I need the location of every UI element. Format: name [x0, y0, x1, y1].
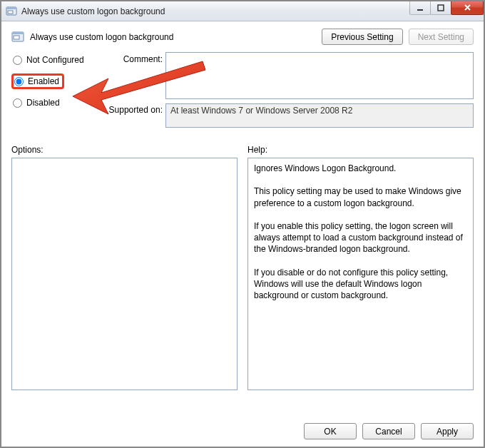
radio-enabled[interactable]: Enabled [11, 73, 64, 89]
supported-on-label: Supported on: [100, 103, 163, 115]
radio-not-configured[interactable]: Not Configured [11, 54, 97, 66]
radio-not-configured-input[interactable] [13, 56, 22, 65]
window-title: Always use custom logon background [21, 6, 165, 16]
settings-upper: Not Configured Enabled Disabled Comment:… [1, 49, 484, 132]
title-bar: Always use custom logon background [1, 1, 484, 21]
ok-button[interactable]: OK [304, 423, 357, 439]
help-column: Help: Ignores Windows Logon Background. … [247, 145, 474, 390]
radio-disabled-input[interactable] [13, 98, 22, 108]
svg-rect-4 [438, 5, 444, 11]
options-label: Options: [11, 145, 238, 155]
svg-rect-6 [12, 32, 24, 34]
radio-not-configured-label: Not Configured [26, 55, 84, 65]
maximize-button[interactable] [430, 1, 451, 15]
options-column: Options: [11, 145, 238, 390]
cancel-button[interactable]: Cancel [362, 423, 415, 439]
options-pane[interactable] [11, 158, 238, 390]
supported-on-box: At least Windows 7 or Windows Server 200… [165, 103, 474, 128]
radio-enabled-input[interactable] [14, 77, 24, 86]
policy-header: Always use custom logon background Previ… [1, 21, 484, 49]
policy-title: Always use custom logon background [30, 32, 173, 42]
settings-lower: Options: Help: Ignores Windows Logon Bac… [1, 132, 484, 390]
apply-button[interactable]: Apply [421, 423, 474, 439]
state-radio-group: Not Configured Enabled Disabled [11, 52, 97, 109]
svg-rect-2 [8, 11, 13, 14]
previous-setting-button[interactable]: Previous Setting [322, 29, 402, 45]
svg-rect-3 [417, 9, 423, 11]
svg-rect-7 [14, 36, 19, 39]
policy-icon [11, 31, 24, 44]
comment-textarea[interactable] [165, 52, 474, 99]
dialog-footer: OK Cancel Apply [304, 423, 474, 439]
radio-disabled-label: Disabled [26, 98, 60, 108]
close-button[interactable] [451, 1, 484, 15]
help-pane[interactable]: Ignores Windows Logon Background. This p… [247, 158, 474, 390]
svg-rect-1 [6, 7, 16, 9]
supported-on-text: At least Windows 7 or Windows Server 200… [170, 106, 352, 116]
radio-disabled[interactable]: Disabled [11, 96, 97, 109]
comment-label: Comment: [100, 52, 163, 64]
help-label: Help: [247, 145, 474, 155]
window-controls [410, 1, 484, 15]
next-setting-button[interactable]: Next Setting [409, 29, 474, 45]
radio-enabled-label: Enabled [28, 76, 59, 86]
window-icon [6, 6, 17, 17]
minimize-button[interactable] [409, 1, 431, 15]
